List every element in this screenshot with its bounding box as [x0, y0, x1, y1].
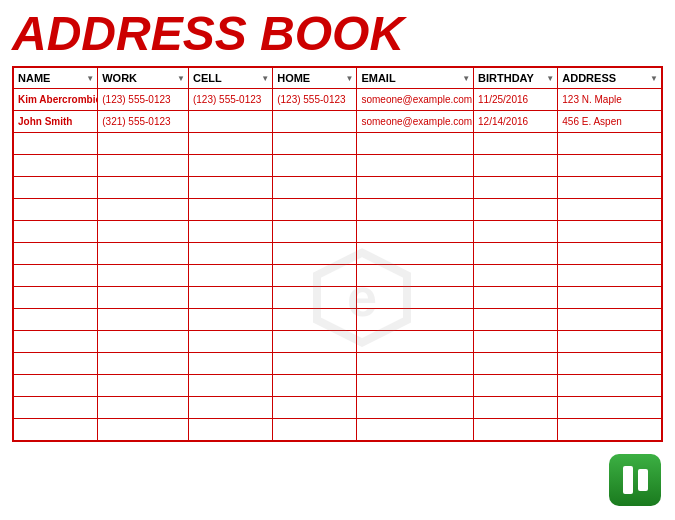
cell-cell[interactable]	[188, 419, 272, 441]
cell-home[interactable]	[273, 353, 357, 375]
cell-address[interactable]	[558, 419, 662, 441]
cell-email[interactable]	[357, 221, 474, 243]
cell-email[interactable]	[357, 375, 474, 397]
cell-address[interactable]: 123 N. Maple	[558, 89, 662, 111]
cell-birthday[interactable]	[474, 221, 558, 243]
table-row[interactable]	[14, 287, 662, 309]
cell-work[interactable]	[98, 243, 189, 265]
col-header-birthday[interactable]: BIRTHDAY ▼	[474, 68, 558, 89]
cell-name[interactable]	[14, 199, 98, 221]
cell-birthday[interactable]: 11/25/2016	[474, 89, 558, 111]
cell-home[interactable]	[273, 177, 357, 199]
cell-home[interactable]	[273, 111, 357, 133]
table-row[interactable]	[14, 309, 662, 331]
cell-address[interactable]	[558, 331, 662, 353]
cell-home[interactable]	[273, 375, 357, 397]
cell-address[interactable]	[558, 309, 662, 331]
cell-name[interactable]	[14, 133, 98, 155]
cell-email[interactable]	[357, 199, 474, 221]
table-row[interactable]	[14, 353, 662, 375]
cell-birthday[interactable]	[474, 309, 558, 331]
cell-email[interactable]: someone@example.com	[357, 89, 474, 111]
cell-address[interactable]	[558, 199, 662, 221]
table-row[interactable]	[14, 265, 662, 287]
cell-birthday[interactable]	[474, 155, 558, 177]
cell-name[interactable]	[14, 419, 98, 441]
cell-birthday[interactable]	[474, 331, 558, 353]
cell-home[interactable]	[273, 199, 357, 221]
sort-arrow-name[interactable]: ▼	[86, 74, 94, 83]
cell-work[interactable]	[98, 265, 189, 287]
cell-home[interactable]: (123) 555-0123	[273, 89, 357, 111]
cell-address[interactable]	[558, 287, 662, 309]
cell-email[interactable]	[357, 155, 474, 177]
sort-arrow-address[interactable]: ▼	[650, 74, 658, 83]
cell-birthday[interactable]	[474, 353, 558, 375]
cell-name[interactable]	[14, 331, 98, 353]
cell-home[interactable]	[273, 331, 357, 353]
cell-birthday[interactable]	[474, 133, 558, 155]
cell-birthday[interactable]	[474, 375, 558, 397]
table-row[interactable]	[14, 243, 662, 265]
cell-email[interactable]	[357, 309, 474, 331]
cell-home[interactable]	[273, 419, 357, 441]
sort-arrow-cell[interactable]: ▼	[261, 74, 269, 83]
cell-cell[interactable]	[188, 243, 272, 265]
cell-email[interactable]	[357, 133, 474, 155]
col-header-name[interactable]: NAME ▼	[14, 68, 98, 89]
col-header-address[interactable]: ADDRESS ▼	[558, 68, 662, 89]
table-row[interactable]	[14, 221, 662, 243]
table-row[interactable]	[14, 375, 662, 397]
sort-arrow-home[interactable]: ▼	[346, 74, 354, 83]
cell-home[interactable]	[273, 397, 357, 419]
table-row[interactable]: Kim Abercrombie(123) 555-0123(123) 555-0…	[14, 89, 662, 111]
cell-cell[interactable]	[188, 221, 272, 243]
cell-home[interactable]	[273, 155, 357, 177]
sort-arrow-email[interactable]: ▼	[462, 74, 470, 83]
cell-work[interactable]	[98, 331, 189, 353]
cell-cell[interactable]	[188, 199, 272, 221]
cell-name[interactable]: Kim Abercrombie	[14, 89, 98, 111]
cell-birthday[interactable]	[474, 199, 558, 221]
cell-email[interactable]	[357, 287, 474, 309]
cell-name[interactable]	[14, 265, 98, 287]
cell-work[interactable]	[98, 287, 189, 309]
col-header-cell[interactable]: CELL ▼	[188, 68, 272, 89]
cell-work[interactable]	[98, 199, 189, 221]
cell-name[interactable]	[14, 221, 98, 243]
cell-work[interactable]	[98, 309, 189, 331]
cell-birthday[interactable]	[474, 177, 558, 199]
cell-name[interactable]	[14, 287, 98, 309]
cell-cell[interactable]	[188, 177, 272, 199]
cell-address[interactable]	[558, 177, 662, 199]
cell-cell[interactable]	[188, 265, 272, 287]
cell-work[interactable]: (123) 555-0123	[98, 89, 189, 111]
cell-email[interactable]	[357, 397, 474, 419]
cell-home[interactable]	[273, 309, 357, 331]
cell-cell[interactable]	[188, 375, 272, 397]
table-row[interactable]	[14, 177, 662, 199]
cell-cell[interactable]	[188, 287, 272, 309]
cell-cell[interactable]	[188, 111, 272, 133]
table-row[interactable]	[14, 397, 662, 419]
cell-email[interactable]	[357, 177, 474, 199]
cell-cell[interactable]	[188, 133, 272, 155]
cell-address[interactable]: 456 E. Aspen	[558, 111, 662, 133]
cell-address[interactable]	[558, 265, 662, 287]
cell-cell[interactable]	[188, 309, 272, 331]
table-row[interactable]	[14, 331, 662, 353]
cell-work[interactable]	[98, 375, 189, 397]
cell-birthday[interactable]	[474, 287, 558, 309]
cell-home[interactable]	[273, 243, 357, 265]
cell-home[interactable]	[273, 287, 357, 309]
cell-address[interactable]	[558, 375, 662, 397]
cell-work[interactable]	[98, 221, 189, 243]
cell-birthday[interactable]	[474, 419, 558, 441]
cell-address[interactable]	[558, 397, 662, 419]
cell-cell[interactable]: (123) 555-0123	[188, 89, 272, 111]
col-header-home[interactable]: HOME ▼	[273, 68, 357, 89]
cell-work[interactable]	[98, 133, 189, 155]
cell-work[interactable]	[98, 419, 189, 441]
cell-name[interactable]	[14, 155, 98, 177]
cell-name[interactable]	[14, 375, 98, 397]
